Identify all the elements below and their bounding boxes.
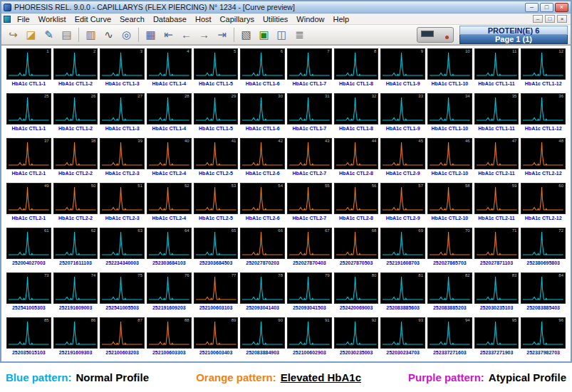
curve-cell[interactable]: 49 HbA1c CTL2-1 bbox=[6, 183, 51, 223]
curve-cell[interactable]: 65 252303684503 bbox=[194, 228, 239, 268]
curve-thumbnail[interactable]: 30 bbox=[240, 93, 285, 125]
curve-thumbnail[interactable]: 6 bbox=[240, 48, 285, 80]
curve-cell[interactable]: 31 HbA1c CTL1-7 bbox=[287, 93, 332, 134]
curve-cell[interactable]: 90 252083884903 bbox=[240, 317, 285, 358]
menu-item-search[interactable]: Search bbox=[115, 15, 149, 23]
curve-thumbnail[interactable]: 28 bbox=[147, 93, 192, 125]
curve-cell[interactable]: 2 HbA1c CTL1-2 bbox=[53, 48, 98, 89]
menu-item-host[interactable]: Host bbox=[191, 15, 216, 23]
last-page-icon[interactable]: ⇥ bbox=[213, 26, 231, 43]
curve-thumbnail[interactable]: 64 bbox=[147, 228, 192, 259]
curve-thumbnail[interactable]: 48 bbox=[521, 138, 566, 169]
curve-cell[interactable]: 44 HbA1c CTL2-8 bbox=[334, 138, 379, 179]
curve-thumbnail[interactable]: 36 bbox=[521, 93, 566, 125]
curve-cell[interactable]: 61 252004027003 bbox=[6, 228, 51, 268]
curve-cell[interactable]: 76 252191609203 bbox=[147, 272, 192, 313]
curve-thumbnail[interactable]: 27 bbox=[100, 93, 145, 125]
curve-cell[interactable]: 5 HbA1c CTL1-5 bbox=[194, 48, 239, 89]
curve-thumbnail[interactable]: 86 bbox=[53, 317, 98, 349]
curve-thumbnail[interactable]: 68 bbox=[334, 228, 379, 259]
curve-thumbnail[interactable]: 33 bbox=[380, 93, 425, 125]
curve-thumbnail[interactable]: 26 bbox=[53, 93, 98, 125]
menu-item-capillarys[interactable]: Capillarys bbox=[216, 15, 259, 23]
curve-cell[interactable]: 1 HbA1c CTL1-1 bbox=[6, 48, 51, 89]
curve-thumbnail[interactable]: 72 bbox=[521, 228, 566, 259]
curve-thumbnail[interactable]: 96 bbox=[521, 317, 566, 349]
mdi-close-button[interactable]: × bbox=[557, 15, 567, 23]
curve-cell[interactable]: 86 252191609303 bbox=[53, 317, 98, 358]
curve-cell[interactable]: 43 HbA1c CTL2-7 bbox=[287, 138, 332, 179]
curve-thumbnail[interactable]: 43 bbox=[287, 138, 332, 169]
curve-cell[interactable]: 8 HbA1c CTL1-8 bbox=[334, 48, 379, 89]
curve-cell[interactable]: 60 HbA1c CTL2-12 bbox=[521, 183, 566, 223]
curve-cell[interactable]: 10 HbA1c CTL1-10 bbox=[427, 48, 472, 89]
menu-item-help[interactable]: Help bbox=[328, 15, 353, 23]
curve-thumbnail[interactable]: 45 bbox=[380, 138, 425, 169]
curve-cell[interactable]: 58 HbA1c CTL2-10 bbox=[427, 183, 472, 223]
curve-thumbnail[interactable]: 51 bbox=[100, 183, 145, 214]
curve-thumbnail[interactable]: 69 bbox=[380, 228, 425, 259]
curve-cell[interactable]: 79 252093041503 bbox=[287, 272, 332, 313]
curve-thumbnail[interactable]: 38 bbox=[53, 138, 98, 169]
curve-cell[interactable]: 36 HbA1c CTL1-12 bbox=[521, 93, 566, 134]
curve-thumbnail[interactable]: 10 bbox=[427, 48, 472, 80]
curve-thumbnail[interactable]: 83 bbox=[474, 272, 519, 304]
curve-cell[interactable]: 93 252030234703 bbox=[380, 317, 425, 358]
menu-item-utilities[interactable]: Utilities bbox=[259, 15, 292, 23]
mdi-child-icon[interactable] bbox=[4, 16, 11, 23]
curve-cell[interactable]: 27 HbA1c CTL1-3 bbox=[100, 93, 145, 134]
curve-cell[interactable]: 28 HbA1c CTL1-4 bbox=[147, 93, 192, 134]
mdi-restore-button[interactable]: □ bbox=[545, 15, 555, 23]
curve-cell[interactable]: 91 252100602903 bbox=[287, 317, 332, 358]
curve-thumbnail[interactable]: 75 bbox=[100, 272, 145, 304]
curve-cell[interactable]: 26 HbA1c CTL1-2 bbox=[53, 93, 98, 134]
curve-cell[interactable]: 4 HbA1c CTL1-4 bbox=[147, 48, 192, 89]
curve-thumbnail[interactable]: 84 bbox=[521, 272, 566, 304]
curve-thumbnail[interactable]: 87 bbox=[100, 317, 145, 349]
curve-cell[interactable]: 12 HbA1c CTL1-12 bbox=[521, 48, 566, 89]
curve-thumbnail[interactable]: 8 bbox=[334, 48, 379, 80]
curve-cell[interactable]: 73 252541005303 bbox=[6, 272, 51, 313]
curve-cell[interactable]: 85 252035015103 bbox=[6, 317, 51, 358]
curve-thumbnail[interactable]: 32 bbox=[334, 93, 379, 125]
print-icon[interactable]: ▧ bbox=[237, 26, 255, 43]
curve-cell[interactable]: 75 252541005503 bbox=[100, 272, 145, 313]
curve-cell[interactable]: 38 HbA1c CTL2-2 bbox=[53, 138, 98, 179]
curve-cell[interactable]: 45 HbA1c CTL2-9 bbox=[380, 138, 425, 179]
curve-thumbnail[interactable]: 54 bbox=[240, 183, 285, 214]
curve-thumbnail[interactable]: 85 bbox=[6, 317, 51, 349]
curve-cell[interactable]: 96 252337982703 bbox=[521, 317, 566, 358]
monitor-icon[interactable]: ▣ bbox=[255, 26, 273, 43]
curve-thumbnail[interactable]: 90 bbox=[240, 317, 285, 349]
curve-thumbnail[interactable]: 34 bbox=[427, 93, 472, 125]
curve-thumbnail[interactable]: 62 bbox=[53, 228, 98, 259]
minimize-button[interactable]: – bbox=[525, 3, 539, 12]
curve-thumbnail[interactable]: 88 bbox=[147, 317, 192, 349]
curve-cell[interactable]: 84 252083885403 bbox=[521, 272, 566, 313]
curve-cell[interactable]: 50 HbA1c CTL2-2 bbox=[53, 183, 98, 223]
curve-cell[interactable]: 63 252234340003 bbox=[100, 228, 145, 268]
curve-thumbnail[interactable]: 35 bbox=[474, 93, 519, 125]
eraser-icon[interactable]: ◪ bbox=[22, 26, 40, 43]
curve-cell[interactable]: 70 252027865703 bbox=[427, 228, 472, 268]
curve-thumbnail[interactable]: 39 bbox=[100, 138, 145, 169]
curve-cell[interactable]: 77 252100603103 bbox=[194, 272, 239, 313]
acquisition-icon[interactable]: ▦ bbox=[142, 26, 160, 43]
curve-cell[interactable]: 32 HbA1c CTL1-8 bbox=[334, 93, 379, 134]
curve-cell[interactable]: 67 252027870403 bbox=[287, 228, 332, 268]
search-icon[interactable]: ◎ bbox=[118, 26, 135, 43]
curve-cell[interactable]: 71 252027871103 bbox=[474, 228, 519, 268]
menu-item-database[interactable]: Database bbox=[149, 15, 191, 23]
curve-cell[interactable]: 41 HbA1c CTL2-5 bbox=[194, 138, 239, 179]
curve-thumbnail[interactable]: 41 bbox=[194, 138, 239, 169]
worklist-book-icon[interactable]: ▥ bbox=[82, 26, 100, 43]
curve-cell[interactable]: 89 252100603403 bbox=[194, 317, 239, 358]
curve-cell[interactable]: 25 HbA1c CTL1-1 bbox=[6, 93, 51, 134]
curve-thumbnail[interactable]: 60 bbox=[521, 183, 566, 214]
curve-cell[interactable]: 39 HbA1c CTL2-3 bbox=[100, 138, 145, 179]
curve-cell[interactable]: 83 252030235103 bbox=[474, 272, 519, 313]
curve-cell[interactable]: 54 HbA1c CTL2-6 bbox=[240, 183, 285, 223]
curve-thumbnail[interactable]: 37 bbox=[6, 138, 51, 169]
curve-thumbnail[interactable]: 71 bbox=[474, 228, 519, 259]
curve-thumbnail[interactable]: 55 bbox=[287, 183, 332, 214]
